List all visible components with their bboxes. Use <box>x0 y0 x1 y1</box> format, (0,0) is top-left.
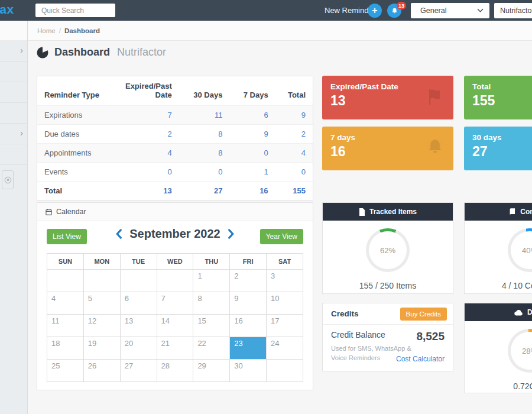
sidebar-collapse-button[interactable] <box>2 170 14 189</box>
calendar-day[interactable]: 23 <box>230 337 267 360</box>
day-header: WED <box>157 254 193 270</box>
cell-link[interactable]: 11 <box>179 106 230 125</box>
calendar-day[interactable]: 15 <box>193 315 230 337</box>
cell-link[interactable]: 16 <box>229 182 275 200</box>
calendar-day[interactable] <box>267 360 303 382</box>
drive-title: Drive <box>527 308 532 316</box>
chevron-right-icon: › <box>20 46 23 55</box>
summary-card-expired[interactable]: Expired/Past Date 13 <box>322 76 453 119</box>
row-label: Appointments <box>37 144 118 163</box>
cell-link[interactable]: 6 <box>229 106 275 125</box>
credits-body: Credit Balance 8,525 Used for SMS, Whats… <box>323 325 453 368</box>
cell-link[interactable]: 2 <box>118 125 179 144</box>
table-row-due-dates: Due dates 2 8 9 2 <box>37 125 313 144</box>
cell-link[interactable]: 8 <box>179 125 230 144</box>
calendar-day[interactable]: 30 <box>230 360 267 382</box>
tracked-items-card: Tracked Items 62% 155 / 250 Items <box>322 202 453 294</box>
row-label: Events <box>37 163 118 182</box>
calendar-day[interactable]: 18 <box>47 337 84 360</box>
cell-link[interactable]: 4 <box>118 144 179 163</box>
drive-percent: 28% <box>522 347 532 355</box>
calendar-day[interactable] <box>120 270 157 292</box>
calendar-day[interactable]: 1 <box>193 270 230 292</box>
sidebar-item-4[interactable] <box>0 103 27 124</box>
sidebar-item-3[interactable] <box>0 82 27 103</box>
calendar-day[interactable]: 29 <box>193 360 230 382</box>
calendar-day[interactable]: 20 <box>120 337 157 360</box>
calendar-day[interactable]: 24 <box>267 337 303 360</box>
calendar-day[interactable]: 10 <box>267 292 303 315</box>
calendar-day[interactable]: 5 <box>83 292 120 315</box>
table-row-expirations: Expirations 7 11 6 9 <box>37 106 313 125</box>
calendar-day[interactable]: 14 <box>157 315 193 337</box>
calendar-day[interactable] <box>47 270 84 292</box>
new-reminder-button[interactable]: + <box>368 4 382 18</box>
calendar-day[interactable]: 17 <box>267 315 303 337</box>
cell-link[interactable]: 13 <box>118 182 179 200</box>
calendar-day[interactable]: 21 <box>157 337 193 360</box>
cell-link[interactable]: 27 <box>179 182 230 200</box>
sidebar-item-6[interactable] <box>0 144 27 165</box>
account-button[interactable]: Nutrifactor <box>494 3 532 18</box>
sidebar-item-5[interactable]: › <box>0 124 27 144</box>
app-logo[interactable]: dax <box>0 2 14 17</box>
calendar-day[interactable]: 7 <box>157 292 193 315</box>
calendar-day[interactable]: 19 <box>83 337 120 360</box>
calendar-day[interactable]: 12 <box>83 315 120 337</box>
summary-card-7days[interactable]: 7 days 16 <box>322 127 453 170</box>
breadcrumb-current: Dashboard <box>64 27 100 34</box>
calendar-day[interactable]: 22 <box>193 337 230 360</box>
day-header: SUN <box>47 254 84 270</box>
calendar-day[interactable]: 9 <box>230 292 267 315</box>
calendar-day[interactable]: 11 <box>47 315 84 337</box>
cell-link[interactable]: 9 <box>229 125 275 144</box>
cost-calculator-link[interactable]: Cost Calculator <box>396 355 445 363</box>
column-header-30days: 30 Days <box>179 76 230 106</box>
search-input[interactable] <box>35 4 115 17</box>
cell-link[interactable]: 9 <box>275 106 313 125</box>
next-month-icon[interactable] <box>228 229 235 239</box>
contacts-header: Contacts <box>465 203 532 221</box>
calendar-day[interactable] <box>157 270 193 292</box>
breadcrumb: Home / Dashboard <box>28 21 532 41</box>
cell-link[interactable]: 0 <box>229 144 275 163</box>
calendar-card: Calendar List View September 2022 Year V… <box>37 202 313 390</box>
previous-month-icon[interactable] <box>115 229 122 239</box>
breadcrumb-separator: / <box>59 27 61 34</box>
tracked-items-donut: 62% <box>366 228 410 272</box>
cell-link[interactable]: 4 <box>275 144 313 163</box>
summary-card-label: 30 days <box>472 133 532 142</box>
credits-card: Credits Buy Credits Credit Balance 8,525… <box>322 303 453 371</box>
drive-card: Drive 28% 0.72GB / <box>464 303 532 393</box>
cell-link[interactable]: 8 <box>179 144 230 163</box>
calendar-day[interactable]: 25 <box>47 360 84 382</box>
breadcrumb-home[interactable]: Home <box>37 27 56 34</box>
summary-card-total[interactable]: Total 155 <box>464 76 532 119</box>
calendar-day[interactable]: 8 <box>193 292 230 315</box>
year-view-button[interactable]: Year View <box>260 229 303 244</box>
cell-link[interactable]: 0 <box>275 163 313 182</box>
cell-link[interactable]: 2 <box>275 125 313 144</box>
calendar-day[interactable]: 13 <box>120 315 157 337</box>
calendar-day[interactable]: 6 <box>120 292 157 315</box>
sidebar-item-2[interactable] <box>0 62 27 82</box>
workspace-select[interactable]: General <box>411 3 489 18</box>
calendar-day[interactable]: 28 <box>157 360 193 382</box>
cell-link[interactable]: 1 <box>229 163 275 182</box>
cell-link[interactable]: 7 <box>118 106 179 125</box>
calendar-day[interactable] <box>83 270 120 292</box>
calendar-day[interactable]: 2 <box>230 270 267 292</box>
summary-card-30days[interactable]: 30 days 27 <box>464 127 532 170</box>
calendar-toolbar: List View September 2022 Year View <box>37 221 313 248</box>
calendar-day[interactable]: 3 <box>267 270 303 292</box>
calendar-day[interactable]: 16 <box>230 315 267 337</box>
cell-link[interactable]: 0 <box>118 163 179 182</box>
sidebar-item-1[interactable]: › <box>0 41 27 62</box>
calendar-day[interactable]: 27 <box>120 360 157 382</box>
cell-link[interactable]: 0 <box>179 163 230 182</box>
top-navbar: dax New Reminder + 13 General Nutrifacto… <box>0 0 532 21</box>
cell-link[interactable]: 155 <box>275 182 313 200</box>
calendar-day[interactable]: 26 <box>83 360 120 382</box>
calendar-day[interactable]: 4 <box>47 292 84 315</box>
buy-credits-button[interactable]: Buy Credits <box>400 308 447 321</box>
